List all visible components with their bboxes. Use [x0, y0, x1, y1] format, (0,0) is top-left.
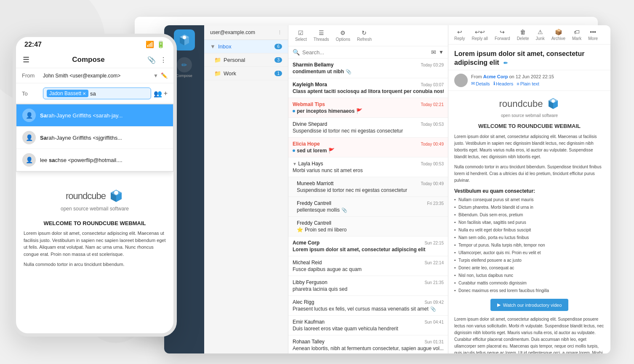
autocomplete-item-3[interactable]: 👤 lee sachse <powerflip@hotmail....: [16, 149, 173, 171]
email-item-15[interactable]: Rohaan Talley Sun 01:31 Aenean lobortis,…: [288, 335, 448, 353]
remove-recipient-icon[interactable]: ✕: [83, 91, 86, 96]
email-item-6[interactable]: ▼ Layla Hays Today 00:53 Morbi varius nu…: [288, 157, 448, 177]
reply-all-button[interactable]: ↩↩ Reply all: [469, 28, 490, 42]
to-input-area[interactable]: Jadon Bassett ✕ sa: [43, 88, 151, 99]
group-icon[interactable]: 👥: [154, 90, 162, 98]
search-dropdown-icon[interactable]: ▼: [439, 49, 444, 55]
mark-button[interactable]: 🏷 Mark: [570, 28, 584, 42]
compose-label: Compose: [176, 74, 192, 78]
inbox-icon: ▼: [210, 43, 216, 50]
video-btn-label: Watch our introductory video: [503, 303, 562, 308]
edit-pen-icon[interactable]: ✏️: [161, 72, 168, 79]
add-recipient-icon[interactable]: +: [164, 90, 168, 97]
search-input[interactable]: [302, 49, 429, 56]
threads-button[interactable]: ☰ Threads: [311, 29, 332, 43]
email-sender-5: Elicia Hope: [293, 141, 320, 147]
from-select[interactable]: John Smith <user@example.com> ▼ ✏️: [43, 72, 168, 79]
email-list-toolbar: ☑ Select ☰ Threads ⚙ Options ↻ Refresh: [288, 25, 448, 46]
folder-menu-icon[interactable]: ⋮: [277, 30, 282, 35]
email-item-8[interactable]: Freddy Cantrell Fri 23:35 pellentesque m…: [288, 197, 448, 217]
email-date-15: Sun 01:31: [424, 340, 444, 344]
threads-icon: ☰: [319, 29, 324, 36]
email-item-9[interactable]: Freddy Cantrell ⭐ Proin sed mi libero: [288, 217, 448, 236]
to-recipient-tag[interactable]: Jadon Bassett ✕: [47, 90, 88, 97]
email-subject-10: Lorem ipsum dolor sit amet, consectetur …: [293, 247, 444, 252]
autocomplete-name-2: Sarah-Jayne Griffiths <sjgriffiths...: [40, 135, 122, 141]
headers-label: Headers: [496, 81, 514, 86]
email-item-13[interactable]: Alec Rigg Sun 09:42 Praesent luctus ex f…: [288, 296, 448, 316]
email-subject-2: Class aptent taciti sociosqu ad litora t…: [293, 88, 444, 94]
email-date-8: Fri 23:35: [427, 201, 444, 206]
mobile-email-body-preview: roundcube open source webmail software W…: [16, 172, 173, 276]
email-item-14[interactable]: Emir Kaufman Sun 04:41 Duis laoreet eros…: [288, 316, 448, 335]
email-item-7[interactable]: Muneeb Marriott Today 00:49 Suspendisse …: [288, 177, 448, 197]
plain-text-link[interactable]: ≡ Plain text: [517, 81, 539, 86]
wifi-icon: 📶: [146, 40, 154, 48]
watch-video-button[interactable]: ▶ Watch our introductory video: [490, 299, 569, 311]
mobile-email-footer-text: Nulla commodo tortor in arcu tincidunt b…: [24, 261, 166, 268]
select-icon: ☑: [298, 29, 304, 36]
more-icon[interactable]: ⋮: [160, 56, 167, 64]
folder-work[interactable]: 📁 Work 1: [204, 67, 288, 80]
options-icon: ⚙: [340, 29, 346, 36]
junk-button[interactable]: ⚠ Junk: [533, 28, 547, 42]
email-sender-8: Freddy Cantrell: [297, 200, 331, 206]
junk-label: Junk: [536, 36, 545, 41]
email-subject-8: pellentesque mollis 📎: [297, 207, 444, 213]
email-date-7: Today 00:49: [421, 181, 444, 186]
email-thread-group: ▼ Layla Hays Today 00:53 Morbi varius nu…: [288, 157, 448, 236]
acme-corp-link[interactable]: Acme Corp: [483, 74, 508, 79]
refresh-label: Refresh: [357, 37, 372, 42]
reply-label: Reply: [454, 36, 465, 41]
attachment-icon[interactable]: 📎: [147, 56, 156, 64]
options-button[interactable]: ⚙ Options: [333, 29, 352, 43]
email-item-11[interactable]: Micheal Reid Sun 22:14 Fusce dapibus aug…: [288, 256, 448, 276]
forward-button[interactable]: ↪ Forward: [492, 28, 513, 42]
email-item-2[interactable]: Kayleigh Mora Today 03:07 Class aptent t…: [288, 78, 448, 98]
autocomplete-item-1[interactable]: 👤 Sarah-Jayne Griffiths <sarah-jay...: [16, 104, 173, 127]
edit-subject-icon[interactable]: ✏: [503, 60, 508, 66]
autocomplete-name-1: Sarah-Jayne Griffiths <sarah-jay...: [40, 112, 123, 119]
email-item-12[interactable]: Libby Ferguson Sun 21:35 pharetra lacini…: [288, 276, 448, 296]
folder-personal[interactable]: 📁 Personal 3: [204, 53, 288, 67]
mobile-compose-header: ☰ Compose 📎 ⋮: [16, 52, 173, 68]
email-subject-9: ⭐ Proin sed mi libero: [297, 227, 444, 233]
email-item-4[interactable]: Divine Shepard Today 00:53 Suspendisse i…: [288, 118, 448, 138]
email-meta-links: ✉ Details ℹ Headers ≡ Plain text: [471, 81, 554, 86]
more-options-label: More: [588, 36, 598, 41]
to-search-input[interactable]: sa: [90, 90, 107, 97]
work-label: Work: [224, 70, 274, 77]
forward-label: Forward: [495, 36, 510, 41]
archive-button[interactable]: 📦 Archive: [549, 28, 568, 42]
refresh-button[interactable]: ↻ Refresh: [354, 29, 374, 43]
folder-inbox[interactable]: ▼ Inbox 6: [204, 40, 288, 53]
select-button[interactable]: ☑ Select: [293, 29, 309, 43]
email-item-3[interactable]: Webmail Tips Today 02:21 per inceptos hi…: [288, 98, 448, 118]
more-options-button[interactable]: ••• More: [586, 28, 600, 42]
svg-point-3: [114, 191, 118, 195]
autocomplete-item-2[interactable]: 👤 Sarah-Jayne Griffiths <sjgriffiths...: [16, 127, 173, 149]
email-item-10[interactable]: Acme Corp Sun 22:15 Lorem ipsum dolor si…: [288, 236, 448, 256]
to-label: To: [22, 90, 43, 97]
reply-button[interactable]: ↩ Reply: [452, 28, 468, 42]
email-sender-9: Freddy Cantrell: [297, 220, 331, 226]
delete-button[interactable]: 🗑 Delete: [514, 28, 532, 42]
compose-form: From John Smith <user@example.com> ▼ ✏️ …: [16, 68, 173, 172]
plain-label: Plain text: [520, 81, 539, 86]
email-view-panel: ↩ Reply ↩↩ Reply all ↪ Forward 🗑 Delete …: [448, 25, 610, 353]
headers-link[interactable]: ℹ Headers: [493, 81, 514, 86]
rc-list-item-11: Nisl non, luctus dapibus nunc: [458, 272, 605, 279]
forward-icon: ↪: [500, 29, 505, 35]
select-label: Select: [295, 37, 307, 42]
email-item-1[interactable]: Sharmin Bellamy Today 03:29 condimentum …: [288, 58, 448, 78]
details-link[interactable]: ✉ Details: [471, 81, 490, 86]
from-field: From John Smith <user@example.com> ▼ ✏️: [16, 68, 173, 83]
mobile-rc-subtitle: open source webmail software: [24, 206, 166, 212]
hamburger-icon[interactable]: ☰: [23, 55, 29, 64]
email-sender-1: Sharmin Bellamy: [293, 62, 333, 68]
thread-toggle-icon[interactable]: ▼: [293, 162, 297, 166]
email-item-5[interactable]: Elicia Hope Today 00:49 sed ut lorem 🚩: [288, 138, 448, 157]
attachment-indicator-8: 📎: [341, 207, 347, 213]
work-folder-icon: 📁: [214, 70, 221, 77]
email-sender-3: Webmail Tips: [293, 101, 325, 107]
